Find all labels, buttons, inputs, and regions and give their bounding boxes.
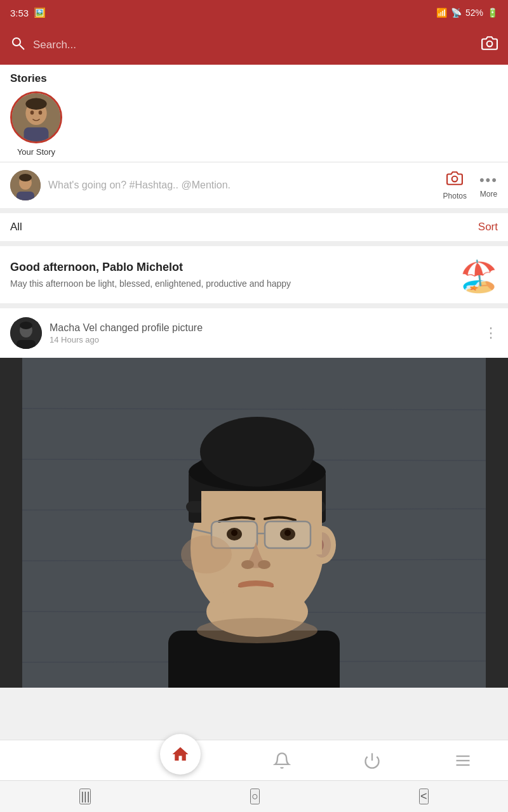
camera-icon[interactable]: [481, 35, 498, 55]
svg-point-45: [241, 560, 254, 569]
svg-point-16: [20, 322, 32, 329]
android-nav: ||| ○ <: [0, 780, 508, 812]
filter-all[interactable]: All: [10, 221, 22, 233]
stories-row: Your Story: [10, 91, 498, 157]
post-user-info: Macha Vel changed profile picture 14 Hou…: [50, 322, 476, 344]
post-action: changed profile picture: [97, 322, 203, 333]
svg-point-44: [284, 530, 291, 536]
dots-icon: ⋮: [484, 325, 498, 341]
search-bar: Search...: [0, 25, 508, 65]
stories-section: Stories: [0, 65, 508, 162]
post-menu-button[interactable]: ⋮: [484, 325, 498, 341]
photo-icon: 🖼️: [34, 7, 46, 18]
story-label-your-story: Your Story: [17, 147, 55, 157]
more-label: More: [480, 190, 497, 199]
status-time: 3:53: [10, 8, 29, 18]
svg-point-5: [25, 98, 46, 110]
greeting-emoji: 🏖️: [460, 256, 498, 294]
filter-bar: All Sort: [0, 213, 508, 246]
nav-power[interactable]: [363, 752, 381, 769]
post-username: Macha Vel changed profile picture: [50, 322, 476, 334]
compose-bar: What's going on? #Hashtag.. @Mention. Ph…: [0, 162, 508, 213]
compose-actions: Photos ••• More: [443, 170, 498, 200]
greeting-text: Good afternoon, Pablo Michelot May this …: [10, 261, 291, 291]
photos-label: Photos: [443, 192, 467, 200]
greeting-subtext: May this afternoon be light, blessed, en…: [10, 278, 291, 291]
more-action[interactable]: ••• More: [479, 172, 498, 199]
photos-icon: [446, 170, 463, 190]
post-time: 14 Hours ago: [50, 335, 476, 344]
compose-input[interactable]: What's going on? #Hashtag.. @Mention.: [48, 180, 436, 191]
signal-icon: 📡: [451, 8, 462, 18]
stories-title: Stories: [10, 72, 498, 85]
svg-point-43: [231, 530, 237, 536]
search-input-area[interactable]: Search...: [10, 36, 481, 55]
android-back-button[interactable]: <: [419, 789, 429, 804]
search-placeholder: Search...: [33, 39, 76, 51]
greeting-heading: Good afternoon, Pablo Michelot: [10, 261, 291, 274]
battery-level: 52%: [465, 8, 483, 18]
svg-line-1: [20, 45, 24, 49]
post-image: [0, 358, 508, 688]
svg-rect-12: [17, 192, 34, 200]
svg-point-8: [39, 110, 43, 114]
greeting-card: Good afternoon, Pablo Michelot May this …: [0, 246, 508, 308]
more-icon: •••: [479, 172, 498, 188]
svg-rect-6: [24, 128, 49, 141]
story-avatar: [10, 91, 62, 143]
svg-point-51: [181, 535, 232, 573]
nav-notifications[interactable]: [273, 752, 291, 769]
svg-point-7: [30, 110, 34, 114]
compose-avatar: [10, 170, 41, 200]
nav-menu[interactable]: [454, 752, 472, 769]
svg-point-34: [200, 417, 314, 487]
post-container: Macha Vel changed profile picture 14 Hou…: [0, 308, 508, 688]
search-icon: [10, 36, 25, 55]
story-item-your-story[interactable]: Your Story: [10, 91, 62, 157]
svg-rect-17: [17, 340, 36, 349]
svg-point-11: [19, 174, 32, 181]
svg-point-46: [258, 560, 271, 569]
svg-point-13: [452, 176, 458, 182]
filter-sort[interactable]: Sort: [478, 221, 498, 233]
wifi-icon: 📶: [436, 8, 447, 18]
status-bar: 3:53 🖼️ 📶 📡 52% 🔋: [0, 0, 508, 25]
post-header: Macha Vel changed profile picture 14 Hou…: [0, 308, 508, 358]
photos-action[interactable]: Photos: [443, 170, 467, 200]
svg-point-50: [197, 618, 318, 643]
status-left: 3:53 🖼️: [10, 7, 46, 18]
android-recent-button[interactable]: |||: [79, 789, 91, 804]
svg-point-0: [13, 38, 20, 46]
android-home-button[interactable]: ○: [250, 789, 260, 804]
bottom-nav: [0, 740, 508, 780]
battery-icon: 🔋: [487, 8, 498, 18]
home-fab-button[interactable]: [160, 734, 201, 775]
svg-point-2: [487, 41, 493, 47]
status-right: 📶 📡 52% 🔋: [436, 8, 498, 18]
post-avatar[interactable]: [10, 317, 42, 349]
